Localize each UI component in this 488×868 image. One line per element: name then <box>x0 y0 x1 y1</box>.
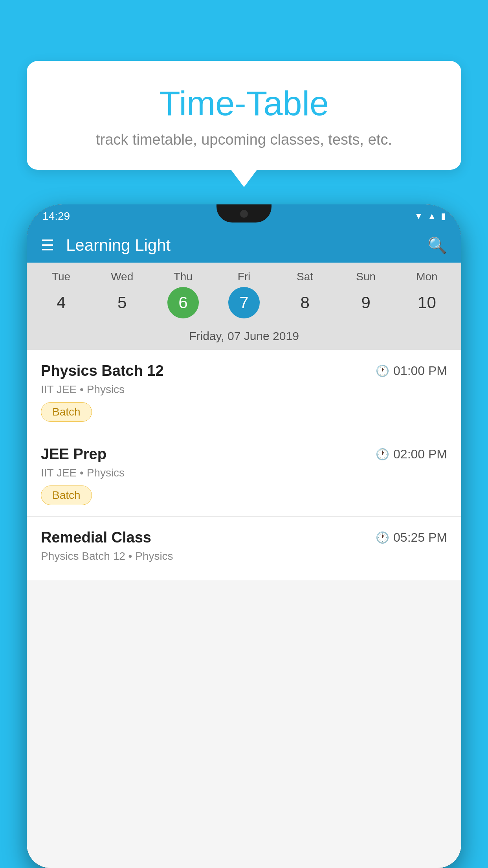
selected-date-label: Friday, 07 June 2019 <box>27 326 461 350</box>
signal-icon: ▲ <box>427 211 436 221</box>
schedule-item[interactable]: Remedial Class🕐05:25 PMPhysics Batch 12 … <box>27 517 461 580</box>
day-col-fri[interactable]: Fri7 <box>218 270 270 326</box>
day-number: 8 <box>289 287 321 318</box>
clock-icon: 🕐 <box>376 448 389 461</box>
tooltip-card: Time-Table track timetable, upcoming cla… <box>27 61 461 170</box>
schedule-list: Physics Batch 12🕐01:00 PMIIT JEE • Physi… <box>27 350 461 868</box>
search-icon[interactable]: 🔍 <box>427 236 447 255</box>
schedule-title: Remedial Class <box>41 529 151 546</box>
day-number: 6 <box>167 287 199 318</box>
day-name: Sun <box>356 270 376 283</box>
day-col-thu[interactable]: Thu6 <box>158 270 209 326</box>
day-name: Fri <box>238 270 251 283</box>
wifi-icon <box>414 211 423 221</box>
status-icons: ▲ ▮ <box>414 211 446 221</box>
camera-dot <box>240 210 248 218</box>
day-name: Sat <box>297 270 313 283</box>
day-number: 9 <box>350 287 382 318</box>
day-number: 4 <box>46 287 77 318</box>
time-text: 05:25 PM <box>393 530 447 545</box>
schedule-subtitle: Physics Batch 12 • Physics <box>41 550 447 563</box>
schedule-item-header: Physics Batch 12🕐01:00 PM <box>41 362 447 379</box>
batch-badge: Batch <box>41 402 92 422</box>
battery-icon: ▮ <box>441 211 446 221</box>
schedule-subtitle: IIT JEE • Physics <box>41 383 447 396</box>
batch-badge: Batch <box>41 485 92 505</box>
day-name: Tue <box>52 270 70 283</box>
schedule-item[interactable]: JEE Prep🕐02:00 PMIIT JEE • PhysicsBatch <box>27 433 461 517</box>
days-row: Tue4Wed5Thu6Fri7Sat8Sun9Mon10 <box>27 270 461 326</box>
day-col-tue[interactable]: Tue4 <box>36 270 87 326</box>
clock-icon: 🕐 <box>376 364 389 377</box>
day-number: 5 <box>106 287 138 318</box>
tooltip-subtitle: track timetable, upcoming classes, tests… <box>46 131 442 148</box>
schedule-subtitle: IIT JEE • Physics <box>41 467 447 479</box>
phone-frame: 14:29 ▲ ▮ ☰ Learning Light 🔍 Tue4Wed5Thu… <box>27 204 461 868</box>
day-name: Mon <box>416 270 437 283</box>
time-text: 01:00 PM <box>393 364 447 378</box>
day-col-sun[interactable]: Sun9 <box>340 270 391 326</box>
clock-icon: 🕐 <box>376 531 389 544</box>
schedule-time: 🕐02:00 PM <box>376 447 447 462</box>
tooltip-title: Time-Table <box>46 85 442 123</box>
day-name: Thu <box>174 270 193 283</box>
app-header: ☰ Learning Light 🔍 <box>27 228 461 263</box>
status-time: 14:29 <box>42 210 70 223</box>
schedule-time: 🕐05:25 PM <box>376 530 447 545</box>
day-col-mon[interactable]: Mon10 <box>401 270 452 326</box>
hamburger-icon[interactable]: ☰ <box>41 238 54 253</box>
day-number: 7 <box>228 287 260 318</box>
schedule-item-header: Remedial Class🕐05:25 PM <box>41 529 447 546</box>
day-name: Wed <box>111 270 133 283</box>
schedule-title: JEE Prep <box>41 446 106 463</box>
schedule-time: 🕐01:00 PM <box>376 364 447 378</box>
day-col-sat[interactable]: Sat8 <box>279 270 330 326</box>
schedule-title: Physics Batch 12 <box>41 362 164 379</box>
schedule-item-header: JEE Prep🕐02:00 PM <box>41 446 447 463</box>
calendar-strip: Tue4Wed5Thu6Fri7Sat8Sun9Mon10 Friday, 07… <box>27 263 461 350</box>
day-col-wed[interactable]: Wed5 <box>97 270 148 326</box>
time-text: 02:00 PM <box>393 447 447 462</box>
day-number: 10 <box>411 287 442 318</box>
schedule-item[interactable]: Physics Batch 12🕐01:00 PMIIT JEE • Physi… <box>27 350 461 433</box>
app-title: Learning Light <box>66 236 427 255</box>
